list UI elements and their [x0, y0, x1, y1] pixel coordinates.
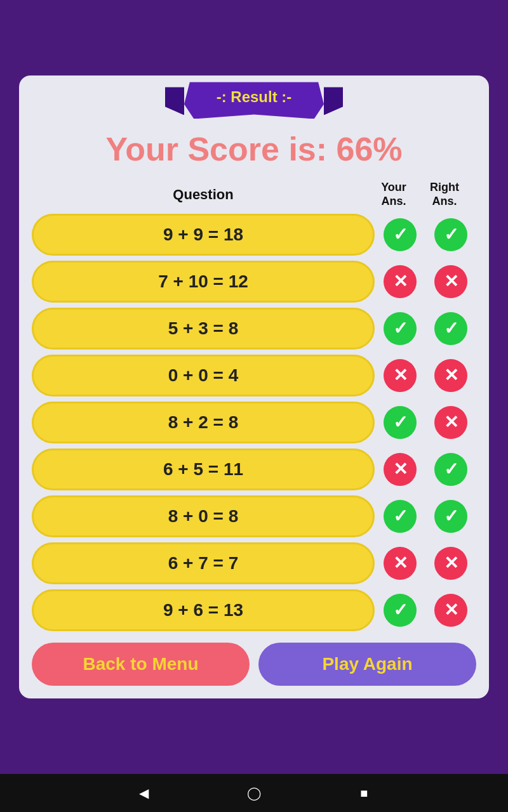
cross-icon: ✕ [384, 547, 417, 580]
right-answer-icon: ✓ [425, 312, 476, 345]
your-answer-icon: ✓ [375, 500, 425, 533]
question-pill: 9 + 6 = 13 [32, 589, 375, 631]
table-row: 0 + 0 = 4✕✕ [32, 355, 476, 396]
your-answer-icon: ✕ [375, 359, 425, 392]
table-row: 5 + 3 = 8✓✓ [32, 308, 476, 350]
banner-text: -: Result :- [184, 82, 324, 119]
question-pill: 5 + 3 = 8 [32, 308, 375, 350]
table-row: 9 + 6 = 13✓✕ [32, 589, 476, 631]
table-row: 9 + 9 = 18✓✓ [32, 214, 476, 256]
question-pill: 7 + 10 = 12 [32, 261, 375, 303]
banner-tab-left [165, 87, 184, 115]
home-nav-button[interactable]: ◯ [245, 784, 263, 802]
right-answer-icon: ✕ [425, 265, 476, 298]
question-pill: 6 + 7 = 7 [32, 542, 375, 584]
cross-icon: ✕ [384, 453, 417, 486]
your-answer-icon: ✓ [375, 312, 425, 345]
right-answer-icon: ✕ [425, 406, 476, 439]
back-nav-button[interactable]: ◀ [135, 784, 153, 802]
cross-icon: ✕ [434, 265, 467, 298]
results-table: Question Your Ans. Right Ans. 9 + 9 = 18… [19, 181, 489, 636]
question-pill: 6 + 5 = 11 [32, 449, 375, 490]
recents-nav-button[interactable]: ■ [355, 784, 373, 802]
checkmark-icon: ✓ [384, 312, 417, 345]
right-answer-icon: ✓ [425, 500, 476, 533]
table-row: 6 + 5 = 11✕✓ [32, 449, 476, 490]
checkmark-icon: ✓ [434, 453, 467, 486]
header-question: Question [38, 187, 368, 203]
your-answer-icon: ✕ [375, 265, 425, 298]
table-row: 8 + 0 = 8✓✓ [32, 495, 476, 537]
question-pill: 8 + 0 = 8 [32, 495, 375, 537]
cross-icon: ✕ [384, 359, 417, 392]
right-answer-icon: ✕ [425, 359, 476, 392]
checkmark-icon: ✓ [434, 500, 467, 533]
score-display: Your Score is: 66% [105, 130, 402, 168]
result-card: -: Result :- Your Score is: 66% Question… [19, 75, 489, 698]
cross-icon: ✕ [434, 359, 467, 392]
your-answer-icon: ✓ [375, 218, 425, 251]
header-right-ans: Right Ans. [419, 181, 470, 208]
right-answer-icon: ✕ [425, 547, 476, 580]
checkmark-icon: ✓ [384, 218, 417, 251]
checkmark-icon: ✓ [434, 218, 467, 251]
table-row: 8 + 2 = 8✓✕ [32, 402, 476, 443]
cross-icon: ✕ [434, 547, 467, 580]
back-to-menu-button[interactable]: Back to Menu [32, 643, 250, 686]
cross-icon: ✕ [384, 265, 417, 298]
right-answer-icon: ✓ [425, 218, 476, 251]
table-row: 6 + 7 = 7✕✕ [32, 542, 476, 584]
right-answer-icon: ✓ [425, 453, 476, 486]
checkmark-icon: ✓ [384, 594, 417, 627]
question-pill: 9 + 9 = 18 [32, 214, 375, 256]
banner-tab-right [324, 87, 343, 115]
cross-icon: ✕ [434, 406, 467, 439]
cross-icon: ✕ [434, 594, 467, 627]
rows-container: 9 + 9 = 18✓✓7 + 10 = 12✕✕5 + 3 = 8✓✓0 + … [32, 214, 476, 631]
main-content: -: Result :- Your Score is: 66% Question… [0, 0, 508, 774]
header-your-ans: Your Ans. [368, 181, 419, 208]
play-again-button[interactable]: Play Again [258, 643, 476, 686]
question-pill: 0 + 0 = 4 [32, 355, 375, 396]
question-pill: 8 + 2 = 8 [32, 402, 375, 443]
bottom-nav-bar: ◀ ◯ ■ [0, 774, 508, 812]
table-row: 7 + 10 = 12✕✕ [32, 261, 476, 303]
your-answer-icon: ✕ [375, 547, 425, 580]
your-answer-icon: ✓ [375, 406, 425, 439]
your-answer-icon: ✓ [375, 594, 425, 627]
checkmark-icon: ✓ [384, 500, 417, 533]
result-banner: -: Result :- [19, 75, 489, 119]
right-answer-icon: ✕ [425, 594, 476, 627]
your-answer-icon: ✕ [375, 453, 425, 486]
checkmark-icon: ✓ [384, 406, 417, 439]
checkmark-icon: ✓ [434, 312, 467, 345]
action-buttons: Back to Menu Play Again [19, 636, 489, 686]
table-header: Question Your Ans. Right Ans. [32, 181, 476, 208]
